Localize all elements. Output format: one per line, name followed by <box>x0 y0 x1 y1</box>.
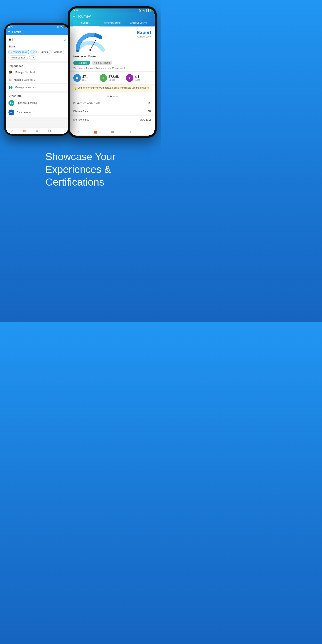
exp-industries[interactable]: 👥 Manage Industries <box>6 84 68 91</box>
dot-3 <box>113 96 114 97</box>
carousel-dots <box>70 94 155 99</box>
more-icon: ··· <box>144 130 148 134</box>
profile-nav-bank[interactable]: ⊟ <box>43 129 56 133</box>
profile-bottom-nav: ⌂ ▤ ⇄ ⊟ ··· <box>6 128 68 134</box>
gauge-section: Expert Current Level <box>70 26 155 55</box>
showcase-section: Showcase Your Experiences & Certificatio… <box>37 142 124 201</box>
chip-d[interactable]: D <box>30 50 37 54</box>
experience-header: Experience <box>6 63 68 68</box>
phone-profile: 15:41 🖼 📡 🔕 ≡ Profile Al M <box>4 23 70 136</box>
profile-status-bar: 15:41 🖼 📡 🔕 <box>6 25 68 29</box>
svg-point-1 <box>90 49 91 51</box>
profile-status-icons: 🖼 📡 🔕 <box>57 26 66 28</box>
profile-nav-card[interactable]: ▤ <box>18 129 31 133</box>
chip-administrative[interactable]: Administrative <box>8 56 28 60</box>
stats-row: 📋 471 ops $ $72.4K earned <box>70 72 155 84</box>
home-icon: ⌂ <box>77 130 80 134</box>
profile-menu-icon[interactable]: ≡ <box>8 30 10 34</box>
profile-title: Profile <box>12 30 22 34</box>
chip-warehousing[interactable]: ✓ Warehousing <box>8 50 29 54</box>
stat-earned: $ $72.4K earned <box>100 74 125 82</box>
journey-tabs: OVERALL PERFORMANCE ACHIEVEMENTS <box>73 20 152 26</box>
other-info-section: Other Info Es Spanish Speaking VET I'm a… <box>6 92 68 117</box>
chip-welding[interactable]: Welding <box>52 50 64 54</box>
stat-rating-value: 4.1 <box>135 75 140 79</box>
nav-card[interactable]: ▤ <box>87 130 104 134</box>
biz-stat-3: Member since May, 2018 <box>70 116 155 124</box>
biz-value-1: 30 <box>148 102 151 105</box>
showcase-line2: Experiences & <box>46 164 111 175</box>
phones-container: 15:40 📡 🔔 ▐▐ 🔋 ≡ Journey OVERALL PERFORM… <box>0 6 161 142</box>
profile-bank-icon: ⊟ <box>48 129 51 133</box>
stat-ops-label: ops <box>82 79 88 81</box>
profile-time: 15:41 <box>8 26 13 28</box>
profile-nav-home[interactable]: ⌂ <box>6 129 18 133</box>
badge-ops: ✓ 100 Ops <box>73 60 90 65</box>
nav-transfer[interactable]: ⇄ <box>104 130 121 134</box>
showcase-line3: Certifications <box>46 176 104 188</box>
next-level-name: Master <box>88 55 97 58</box>
check-icon: ✓ <box>11 51 13 53</box>
journey-content: Expert Current Level Next Level: Master … <box>70 26 155 128</box>
journey-menu-icon[interactable]: ≡ <box>73 14 75 18</box>
stat-ops-value: 471 <box>82 75 88 79</box>
profile-more-icon: ··· <box>60 129 63 133</box>
spanish-avatar: Es <box>8 100 14 106</box>
nav-bank[interactable]: ⊟ <box>121 130 138 134</box>
profile-name: Al <box>8 38 13 42</box>
experience-section: Experience 🎓 Manage Certificati ▦ Manage… <box>6 63 68 91</box>
profile-content: Al M Skills ✓ Warehousing D Driving Weld… <box>6 36 68 128</box>
other-info-header: Other Info <box>6 92 68 98</box>
tab-performance[interactable]: PERFORMANCE <box>99 20 126 26</box>
exp-external[interactable]: ▦ Manage External C <box>6 76 68 84</box>
stat-ops-icon: 📋 <box>73 74 81 82</box>
stat-rating: ★ 4.1 rating <box>126 74 151 82</box>
stat-rating-label: rating <box>135 79 140 81</box>
exp-industries-label: Manage Industries <box>15 86 36 89</box>
stat-rating-icon: ★ <box>126 74 134 82</box>
badge-ops-label: 100 Ops <box>78 62 88 64</box>
profile-nav-more[interactable]: ··· <box>56 129 68 133</box>
showcase-heading: Showcase Your Experiences & Certificatio… <box>46 150 116 188</box>
badges-row: ✓ 100 Ops 4.5 Star Rating <box>70 60 155 67</box>
journey-title: Journey <box>77 14 91 19</box>
profile-name-section: Al M <box>6 36 68 43</box>
nav-home[interactable]: ⌂ <box>70 130 87 134</box>
biz-value-3: May, 2018 <box>140 118 151 121</box>
skills-section: Skills ✓ Warehousing D Driving Welding A… <box>6 43 68 62</box>
stat-earned-icon: $ <box>100 74 107 82</box>
info-icon: ℹ <box>74 86 76 90</box>
biz-stat-1: Businesses worked with 30 <box>70 99 155 108</box>
nav-more[interactable]: ··· <box>138 130 155 134</box>
tab-overall[interactable]: OVERALL <box>73 20 99 26</box>
profile-card-icon: ▤ <box>23 129 26 133</box>
info-text: Complete your profile with relevant skil… <box>78 86 149 90</box>
chip-driving[interactable]: Driving <box>38 50 50 54</box>
exp-certifications[interactable]: 🎓 Manage Certificati <box>6 68 68 76</box>
other-spanish[interactable]: Es Spanish Speaking <box>6 98 68 108</box>
biz-label-1: Businesses worked with <box>73 102 100 105</box>
dot-2 <box>110 96 112 97</box>
biz-value-2: 16% <box>146 110 151 113</box>
info-alert: ℹ Complete your profile with relevant sk… <box>72 84 152 92</box>
industries-icon: 👥 <box>8 85 13 90</box>
skills-header: Skills <box>6 43 68 49</box>
profile-home-icon: ⌂ <box>11 129 13 133</box>
exp-certifications-label: Manage Certificati <box>15 71 36 74</box>
dot-4 <box>116 96 118 97</box>
tab-achievements[interactable]: ACHIEVEMENTS <box>126 20 152 26</box>
transfer-icon: ⇄ <box>111 130 114 134</box>
chip-to[interactable]: To <box>29 56 36 60</box>
current-level: Expert <box>137 30 151 36</box>
other-veteran[interactable]: VET I'm a Veteran <box>6 108 68 117</box>
stat-ops: 📋 471 ops <box>73 74 99 82</box>
veteran-avatar: VET <box>8 110 14 116</box>
exp-external-label: Manage External C <box>14 78 36 81</box>
current-level-sub: Current Level <box>137 36 151 38</box>
biz-stat-2: Dispute Rate 16% <box>70 108 155 116</box>
profile-transfer-icon: ⇄ <box>36 129 38 133</box>
dot-1 <box>107 96 109 97</box>
profile-nav-transfer[interactable]: ⇄ <box>31 129 44 133</box>
journey-app-bar: ≡ Journey <box>73 14 152 20</box>
profile-edit-link[interactable]: M <box>64 39 66 41</box>
